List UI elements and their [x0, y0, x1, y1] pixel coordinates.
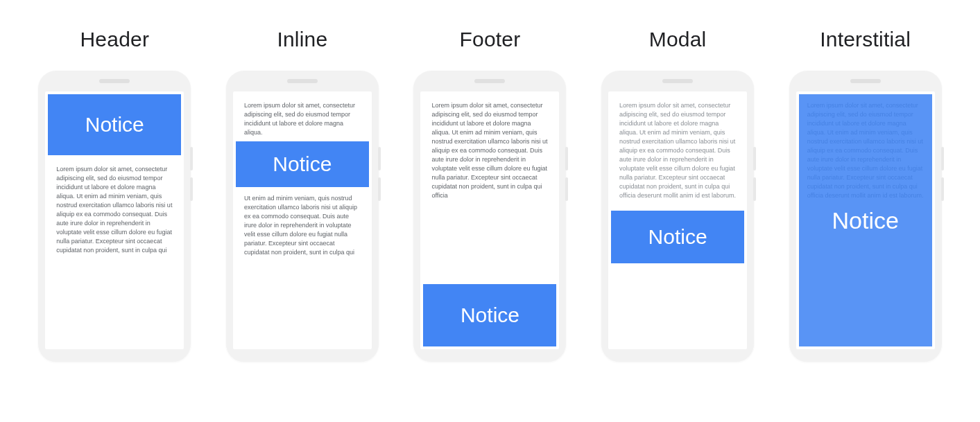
body-text: Lorem ipsum dolor sit amet, consectetur …	[45, 155, 184, 265]
notice-banner: Notice	[236, 141, 369, 187]
notice-label: Notice	[832, 207, 898, 234]
notice-label: Notice	[461, 304, 519, 327]
phone-screen: Lorem ipsum dolor sit amet, consectetur …	[420, 91, 559, 349]
body-text-top: Lorem ipsum dolor sit amet, consectetur …	[233, 91, 372, 141]
body-text: Lorem ipsum dolor sit amet, consectetur …	[608, 91, 747, 211]
variant-footer: Footer Lorem ipsum dolor sit amet, conse…	[406, 28, 573, 362]
phone-screen: Lorem ipsum dolor sit amet, consectetur …	[608, 91, 747, 349]
variant-inline: Inline Lorem ipsum dolor sit amet, conse…	[219, 28, 386, 362]
variant-title: Interstitial	[820, 28, 911, 51]
notice-label: Notice	[648, 225, 707, 249]
variant-modal: Modal Lorem ipsum dolor sit amet, consec…	[594, 28, 761, 362]
variant-title: Footer	[460, 28, 521, 51]
variant-title: Modal	[649, 28, 707, 51]
phone-screen: Lorem ipsum dolor sit amet, consectetur …	[233, 91, 372, 349]
phone-mockup: Lorem ipsum dolor sit amet, consectetur …	[789, 71, 942, 362]
notice-overlay: Notice	[799, 94, 932, 346]
phone-mockup: Lorem ipsum dolor sit amet, consectetur …	[601, 71, 754, 362]
notice-banner: Notice	[611, 211, 744, 263]
phone-mockup: Lorem ipsum dolor sit amet, consectetur …	[413, 71, 566, 362]
notice-label: Notice	[273, 152, 332, 176]
diagram-row: Header Notice Lorem ipsum dolor sit amet…	[0, 0, 980, 422]
notice-banner: Notice	[48, 94, 181, 155]
variant-title: Inline	[277, 28, 327, 51]
body-text-bottom: Ut enim ad minim veniam, quis nostrud ex…	[233, 187, 372, 267]
body-text: Lorem ipsum dolor sit amet, consectetur …	[420, 91, 559, 211]
phone-mockup: Lorem ipsum dolor sit amet, consectetur …	[226, 71, 379, 362]
variant-header: Header Notice Lorem ipsum dolor sit amet…	[31, 28, 198, 362]
phone-mockup: Notice Lorem ipsum dolor sit amet, conse…	[38, 71, 191, 362]
phone-screen: Notice Lorem ipsum dolor sit amet, conse…	[45, 91, 184, 349]
notice-banner: Notice	[423, 284, 556, 346]
notice-label: Notice	[85, 113, 144, 137]
variant-title: Header	[80, 28, 150, 51]
variant-interstitial: Interstitial Lorem ipsum dolor sit amet,…	[782, 28, 949, 362]
phone-screen: Lorem ipsum dolor sit amet, consectetur …	[796, 91, 935, 349]
